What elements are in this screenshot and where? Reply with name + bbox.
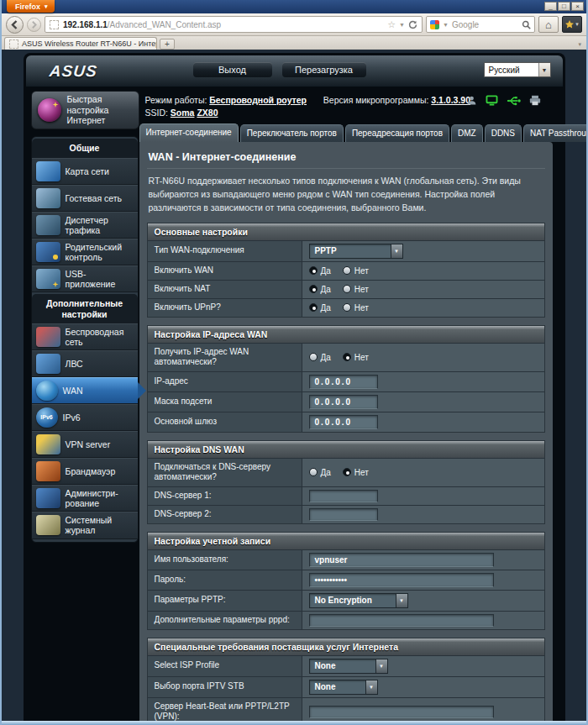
field-label: Включить WAN [148, 262, 302, 280]
dns-server-2-input[interactable] [309, 508, 378, 521]
ssid-link-2[interactable]: ZX80 [197, 108, 218, 118]
operation-mode-link[interactable]: Беспроводной роутер [209, 95, 307, 105]
heartbeat-server-input[interactable] [309, 706, 494, 718]
sidebar-item-wan[interactable]: WAN [32, 377, 138, 404]
username-input[interactable]: vpnuser [309, 553, 494, 567]
sidebar-item-guest-network[interactable]: Гостевая сеть [32, 185, 138, 212]
usb-app-icon [36, 269, 60, 289]
enable-upnp-radio-yes[interactable]: Да [309, 303, 331, 313]
chevron-down-icon: ▾ [45, 3, 48, 10]
sidebar: ОбщиеКарта сетиГостевая сетьДиспетчер тр… [31, 136, 139, 543]
browser-tab[interactable]: ASUS Wireless Router RT-N66U - Интернет-… [4, 37, 157, 50]
sidebar-item-parental-control[interactable]: Родительский контроль [32, 239, 138, 265]
quick-setup-label: Быстрая настройка Интернет [67, 94, 133, 125]
sidebar-item-system-log[interactable]: Системный журнал [32, 512, 138, 538]
sidebar-item-administration[interactable]: Администри-рование [32, 485, 138, 512]
tab-ddns[interactable]: DDNS [485, 124, 522, 142]
radio-label: Нет [354, 303, 369, 313]
tab-nat-passthrough[interactable]: NAT Passthrough [523, 124, 586, 142]
iptv-stb-port-select[interactable]: None▼ [309, 680, 378, 695]
sidebar-item-lan[interactable]: ЛВС [32, 350, 138, 377]
sidebar-item-traffic-manager[interactable]: Диспетчер трафика [32, 212, 138, 239]
sidebar-item-wireless[interactable]: Беспроводная сеть [32, 323, 138, 350]
close-button[interactable]: × [571, 2, 584, 11]
forward-button[interactable] [27, 18, 41, 32]
browser-tabbar: ASUS Wireless Router RT-N66U - Интернет-… [2, 36, 586, 50]
field-label: Включить UPnP? [148, 299, 302, 317]
page-description: RT-N66U поддерживает несколько типов под… [149, 175, 543, 214]
maximize-button[interactable]: □ [558, 2, 570, 11]
quick-setup-button[interactable]: Быстрая настройка Интернет [31, 91, 139, 129]
subnet-mask-input[interactable]: 0.0.0.0 [309, 395, 378, 409]
chevron-down-icon[interactable]: ▼ [391, 244, 402, 258]
section-header: Настройка учетной записи [148, 533, 544, 549]
ssid-link-1[interactable]: Soma [171, 108, 195, 118]
auto-ip-radio-no[interactable]: Нет [343, 353, 369, 362]
auto-dns-radio-no[interactable]: Нет [343, 468, 369, 477]
sidebar-item-network-map[interactable]: Карта сети [32, 158, 138, 185]
refresh-icon[interactable] [408, 20, 417, 29]
home-button[interactable]: ⌂ [538, 16, 559, 33]
field-value: PPTP▼ [302, 241, 544, 261]
form-section: Специальные требования поставщика услуг … [147, 638, 545, 721]
sidebar-item-ipv6[interactable]: IPv6IPv6 [32, 404, 138, 431]
radio-icon [343, 266, 351, 275]
firmware-label: Версия микропрограммы: [323, 95, 429, 105]
sidebar-item-label: VPN server [66, 439, 111, 449]
ip-address-input[interactable]: 0.0.0.0 [309, 375, 378, 389]
chevron-down-icon[interactable]: ▼ [375, 659, 387, 673]
logout-button[interactable]: Выход [193, 62, 272, 77]
ipv6-icon: IPv6 [36, 407, 58, 428]
form-row-dns-server-1: DNS-сервер 1: [148, 486, 544, 505]
isp-profile-select[interactable]: None▼ [309, 659, 388, 674]
sidebar-item-label: Брандмауэр [66, 466, 116, 476]
chevron-down-icon[interactable]: ▼ [399, 22, 405, 28]
language-select[interactable]: Русский ▼ [484, 62, 551, 77]
reboot-button[interactable]: Перезагрузка [282, 62, 366, 77]
tab-port-trigger[interactable]: Переключатель портов [240, 124, 344, 142]
usb-icon[interactable] [507, 96, 521, 106]
auto-ip-radio-yes[interactable]: Да [309, 353, 331, 362]
new-tab-button[interactable]: + [160, 39, 175, 50]
printer-icon[interactable] [529, 95, 541, 106]
back-button[interactable] [6, 16, 24, 34]
enable-nat-radio-no[interactable]: Нет [343, 285, 369, 294]
gateway-input[interactable]: 0.0.0.0 [309, 415, 378, 429]
search-icon[interactable] [522, 20, 531, 29]
enable-wan-radio-yes[interactable]: Да [309, 266, 331, 276]
url-text[interactable]: 192.168.1.1/Advanced_WAN_Content.asp [63, 20, 383, 29]
star-icon[interactable]: ☆ [387, 19, 396, 30]
dns-server-1-input[interactable] [309, 490, 378, 502]
enable-wan-radio-no[interactable]: Нет [343, 266, 369, 276]
chevron-down-icon[interactable]: ▼ [443, 22, 449, 28]
pptp-options-select[interactable]: No Encryption▼ [309, 593, 408, 608]
firmware-version-link[interactable]: 3.1.0.3.90 [431, 95, 470, 105]
wan-type-select[interactable]: PPTP▼ [309, 244, 403, 259]
chevron-down-icon[interactable]: ▼ [538, 63, 550, 76]
tab-dmz[interactable]: DMZ [451, 124, 483, 142]
list-all-tabs-icon[interactable]: ▾ [578, 41, 581, 48]
auto-dns-radio-yes[interactable]: Да [309, 468, 331, 477]
bookmarks-button[interactable]: ▾ [562, 16, 582, 33]
tab-port-forwarding[interactable]: Переадресация портов [345, 124, 449, 142]
internet-status-icon[interactable] [486, 95, 498, 106]
sidebar-item-firewall[interactable]: Брандмауэр [32, 458, 138, 485]
tab-internet-connection[interactable]: Интернет-соединение [139, 123, 239, 142]
password-input[interactable]: ••••••••••• [309, 573, 494, 587]
minimize-button[interactable]: _ [544, 2, 557, 11]
clients-icon[interactable] [466, 95, 477, 106]
enable-upnp-radio-no[interactable]: Нет [343, 303, 369, 313]
search-input[interactable]: Google [452, 20, 518, 29]
lan-icon [36, 354, 60, 374]
pppd-options-input[interactable] [309, 614, 494, 627]
url-bar[interactable]: 192.168.1.1/Advanced_WAN_Content.asp ☆ ▼ [45, 16, 423, 33]
site-identity-icon[interactable] [50, 20, 59, 29]
radio-label: Да [321, 468, 331, 477]
chevron-down-icon[interactable]: ▼ [365, 680, 377, 694]
chevron-down-icon[interactable]: ▼ [396, 594, 407, 607]
firefox-menu-button[interactable]: Firefox ▾ [7, 0, 55, 13]
search-bar[interactable]: ▼ Google [426, 16, 535, 33]
enable-nat-radio-yes[interactable]: Да [309, 285, 331, 294]
sidebar-item-vpn-server[interactable]: VPN server [32, 431, 138, 458]
sidebar-item-usb-app[interactable]: USB-приложение [32, 265, 138, 292]
